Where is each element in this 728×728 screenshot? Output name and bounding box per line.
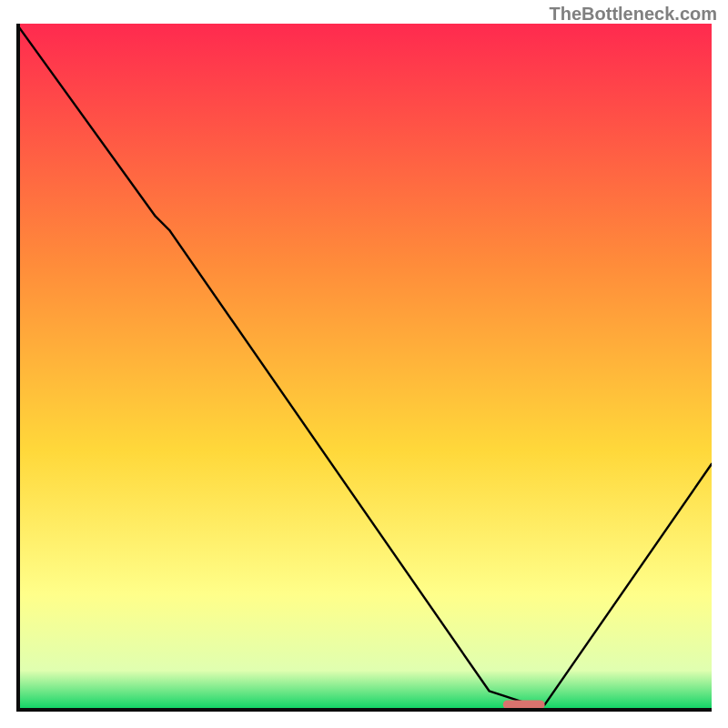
chart-svg bbox=[16, 24, 712, 712]
bottleneck-chart bbox=[16, 24, 712, 712]
svg-rect-0 bbox=[16, 24, 712, 712]
watermark-text: TheBottleneck.com bbox=[550, 4, 717, 25]
optimal-marker bbox=[503, 700, 545, 709]
